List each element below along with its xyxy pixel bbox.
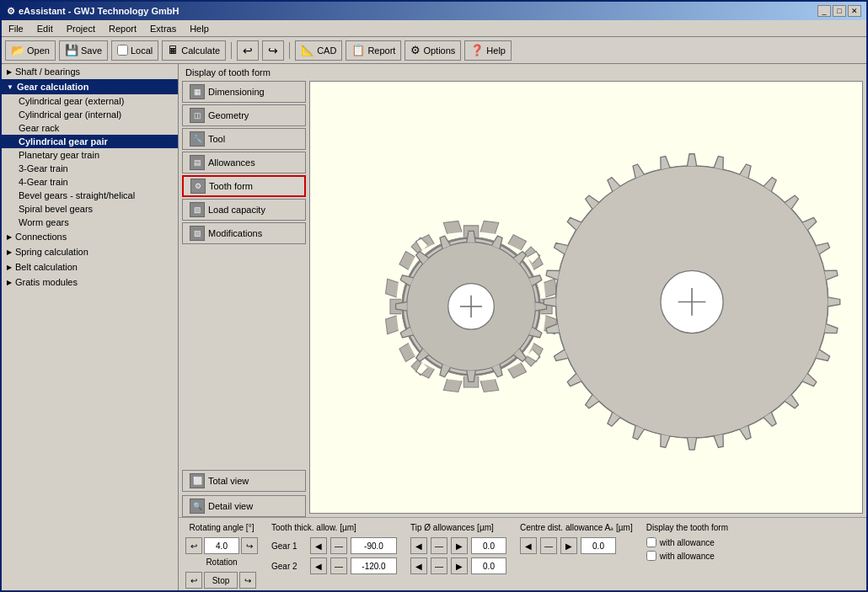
gear-params: Gear 1 ◀ — Gear 2 ◀ — — [271, 537, 397, 574]
sidebar-group-belt[interactable]: ▶ Belt calculation — [2, 259, 178, 275]
tip-allowances-label: Tip Ø allowances [µm] — [410, 523, 506, 532]
minimize-button[interactable]: _ — [817, 5, 831, 17]
sidebar-item-worm[interactable]: Worm gears — [2, 216, 178, 229]
tooth-thick-label: Tooth thick. allow. [µm] — [271, 523, 397, 532]
allowance2-checkbox[interactable] — [646, 551, 656, 561]
tip-gear1-row: ◀ — ▶ — [410, 537, 506, 554]
menu-project[interactable]: Project — [63, 23, 99, 35]
display-tooth-group: Display the tooth form with allowance wi… — [646, 523, 728, 561]
rotating-angle-group: Rotating angle [°] ↩ ↪ Rotation ↩ Stop ↪ — [185, 523, 258, 589]
tip-gear2-plus[interactable]: ▶ — [451, 557, 468, 574]
options-button[interactable]: ⚙ Options — [405, 40, 461, 61]
undo-button[interactable]: ↩ — [237, 40, 259, 61]
tip-gear1-plus[interactable]: ▶ — [451, 537, 468, 554]
rotating-angle-input[interactable] — [204, 537, 239, 554]
gear2-tt-minus[interactable]: — — [330, 557, 347, 574]
sidebar-item-planetary[interactable]: Planetary gear train — [2, 148, 178, 162]
cd-plus[interactable]: ▶ — [560, 537, 577, 554]
save-button[interactable]: 💾 Save — [59, 40, 108, 61]
tip-gear2-input[interactable] — [471, 557, 506, 574]
sidebar-item-bevel[interactable]: Bevel gears - straight/helical — [2, 189, 178, 202]
report-icon: 📋 — [351, 44, 365, 56]
tip-allowances-group: Tip Ø allowances [µm] ◀ — ▶ ◀ — ▶ — [410, 523, 506, 574]
local-checkbox[interactable] — [117, 45, 128, 56]
rotation-next-button[interactable]: ↪ — [239, 572, 256, 589]
sidebar-item-cyl-pair[interactable]: Cylindrical gear pair — [2, 135, 178, 148]
sidebar-item-gear-rack[interactable]: Gear rack — [2, 121, 178, 135]
redo-button[interactable]: ↪ — [262, 40, 284, 61]
gear1-tt-prev[interactable]: ◀ — [310, 537, 327, 554]
centre-dist-input[interactable] — [581, 537, 616, 554]
dimensioning-button[interactable]: ▦ Dimensioning — [182, 81, 306, 103]
tip-gear1-prev[interactable]: ◀ — [410, 537, 427, 554]
sidebar-item-3gear[interactable]: 3-Gear train — [2, 162, 178, 175]
stop-button[interactable]: Stop — [204, 572, 238, 589]
cd-minus[interactable]: — — [540, 537, 557, 554]
cd-prev[interactable]: ◀ — [520, 537, 537, 554]
open-button[interactable]: 📂 Open — [5, 40, 56, 61]
save-label: Save — [81, 45, 102, 56]
allowance1-checkbox[interactable] — [646, 537, 656, 547]
loadcapacity-button[interactable]: ▧ Load capacity — [182, 199, 306, 221]
loadcapacity-icon: ▧ — [190, 202, 205, 217]
toothform-button[interactable]: ⚙ Tooth form — [182, 175, 306, 197]
checkbox-group: with allowance with allowance — [646, 537, 728, 561]
gear1-tt-input[interactable] — [351, 537, 397, 554]
local-label: Local — [131, 45, 153, 56]
close-button[interactable]: ✕ — [848, 5, 861, 17]
angle-next-button[interactable]: ↪ — [241, 537, 258, 554]
menu-file[interactable]: File — [5, 23, 27, 35]
local-button[interactable]: Local — [111, 40, 158, 61]
help-button[interactable]: ❓ Help — [464, 40, 512, 61]
main-window: ⚙ eAssistant - GWJ Technology GmbH _ □ ✕… — [0, 0, 868, 592]
report-button[interactable]: 📋 Report — [346, 40, 401, 61]
gear1-tt-minus[interactable]: — — [330, 537, 347, 554]
sidebar-group-connections[interactable]: ▶ Connections — [2, 229, 178, 244]
sidebar-group-shaft[interactable]: ▶ Shaft / bearings — [2, 64, 178, 79]
rotating-angle-label: Rotating angle [°] — [185, 523, 258, 532]
gear-group-label: Gear calculation — [17, 82, 89, 92]
geometry-button[interactable]: ◫ Geometry — [182, 104, 306, 126]
cad-button[interactable]: 📐 CAD — [295, 40, 342, 61]
centre-dist-row: ◀ — ▶ — [520, 537, 633, 554]
sidebar-group-gear[interactable]: ▼ Gear calculation — [2, 79, 178, 94]
geometry-label: Geometry — [208, 110, 249, 120]
rotating-angle-row: ↩ ↪ — [185, 537, 258, 554]
gear2-tt-prev[interactable]: ◀ — [310, 557, 327, 574]
modifications-button[interactable]: ▨ Modifications — [182, 222, 306, 244]
tip-gear2-prev[interactable]: ◀ — [410, 557, 427, 574]
toolbar-separator-2 — [289, 42, 290, 59]
sidebar-item-spiral[interactable]: Spiral bevel gears — [2, 202, 178, 216]
tip-gear-params: ◀ — ▶ ◀ — ▶ — [410, 537, 506, 574]
total-view-button[interactable]: ⬜ Total view — [182, 470, 306, 492]
spring-group-label: Spring calculation — [15, 247, 88, 257]
menu-help[interactable]: Help — [186, 23, 212, 35]
sidebar-item-cyl-ext[interactable]: Cylindrical gear (external) — [2, 94, 178, 108]
maximize-button[interactable]: □ — [833, 5, 846, 17]
tip-gear1-minus[interactable]: — — [431, 537, 447, 554]
sidebar: ▶ Shaft / bearings ▼ Gear calculation Cy… — [2, 64, 179, 592]
rotation-prev-button[interactable]: ↩ — [185, 572, 202, 589]
calculate-button[interactable]: 🖩 Calculate — [162, 40, 226, 61]
sidebar-group-spring[interactable]: ▶ Spring calculation — [2, 244, 178, 259]
gear2-tt-input[interactable] — [351, 557, 397, 574]
detail-view-button[interactable]: 🔍 Detail view — [182, 495, 306, 517]
cad-label: CAD — [317, 45, 336, 56]
open-label: Open — [27, 45, 50, 56]
gear1-row: Gear 1 ◀ — — [271, 537, 397, 554]
belt-group-label: Belt calculation — [15, 262, 78, 272]
tool-button[interactable]: 🔧 Tool — [182, 128, 306, 150]
sidebar-item-4gear[interactable]: 4-Gear train — [2, 175, 178, 189]
angle-prev-button[interactable]: ↩ — [185, 537, 202, 554]
menu-extras[interactable]: Extras — [147, 23, 179, 35]
gear-arrow-icon: ▼ — [7, 83, 13, 91]
tip-gear2-minus[interactable]: — — [431, 557, 447, 574]
tip-gear1-input[interactable] — [471, 537, 506, 554]
sidebar-group-gratis[interactable]: ▶ Gratis modules — [2, 275, 178, 290]
sidebar-item-cyl-int[interactable]: Cylindrical gear (internal) — [2, 108, 178, 121]
allowances-button[interactable]: ▤ Allowances — [182, 152, 306, 173]
help-icon: ❓ — [470, 44, 484, 56]
menu-edit[interactable]: Edit — [34, 23, 56, 35]
menu-report[interactable]: Report — [105, 23, 140, 35]
tooth-thick-group: Tooth thick. allow. [µm] Gear 1 ◀ — Gear… — [271, 523, 397, 574]
